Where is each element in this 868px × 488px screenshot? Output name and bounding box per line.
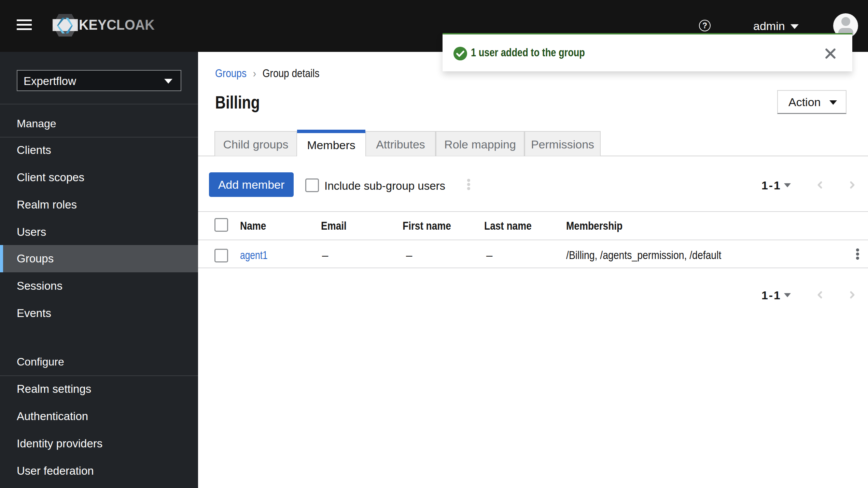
svg-text:KEYCLOAK: KEYCLOAK: [79, 16, 155, 33]
